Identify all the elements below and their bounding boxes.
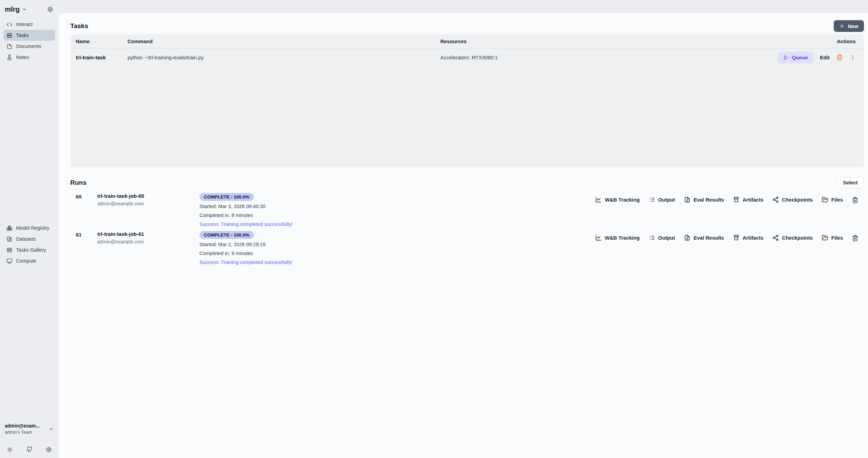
- new-task-button[interactable]: New: [834, 20, 864, 32]
- list-icon: [649, 196, 655, 203]
- workspace-settings-button[interactable]: [47, 6, 54, 13]
- sidebar-item-datasets[interactable]: Datasets: [3, 233, 55, 244]
- rows-icon: [7, 247, 12, 253]
- run-identity: trl-train-task-job-65 admin@example.com: [82, 193, 199, 228]
- run-row: 61 trl-train-task-job-61 admin@example.c…: [70, 231, 864, 266]
- files-button[interactable]: Files: [822, 196, 843, 203]
- new-task-label: New: [848, 23, 858, 29]
- gear-icon: [46, 447, 52, 453]
- file-text-icon: [684, 234, 690, 241]
- run-name: trl-train-task-job-65: [97, 193, 199, 199]
- tasks-section-header: Tasks New: [70, 19, 864, 33]
- delete-run-button[interactable]: [852, 234, 858, 241]
- task-name: trl-train-task: [76, 55, 127, 60]
- task-actions: Queue Edit: [778, 52, 856, 63]
- archive-icon: [733, 196, 739, 203]
- eval-results-button[interactable]: Eval Results: [684, 234, 724, 241]
- run-success-message: Success: Training completed successfully…: [199, 221, 595, 228]
- tasks-table-header: Name Command Resources Actions: [70, 34, 864, 48]
- sidebar-item-label: Datasets: [16, 236, 36, 242]
- artifacts-label: Artifacts: [743, 197, 763, 203]
- run-duration: Completed in: 8 minutes: [199, 212, 595, 219]
- checkpoints-button[interactable]: Checkpoints: [772, 196, 813, 203]
- user-info: admin@exam... admin's Team: [5, 423, 49, 435]
- output-label: Output: [658, 197, 675, 203]
- task-more-button[interactable]: [850, 55, 856, 60]
- wandb-tracking-label: W&B Tracking: [605, 197, 640, 203]
- sidebar-item-label: Documents: [16, 44, 41, 49]
- line-chart-icon: [595, 196, 602, 203]
- files-label: Files: [831, 197, 843, 203]
- sidebar-item-tasks[interactable]: Tasks: [3, 30, 55, 41]
- github-button[interactable]: [26, 446, 33, 453]
- wandb-tracking-button[interactable]: W&B Tracking: [595, 196, 640, 203]
- sidebar-item-tasks-gallery[interactable]: Tasks Gallery: [3, 244, 55, 255]
- sidebar-header: mlrg: [0, 3, 59, 15]
- sidebar-item-notes[interactable]: Notes: [3, 52, 55, 63]
- sidebar-item-model-registry[interactable]: Model Registry: [3, 222, 55, 233]
- delete-run-button[interactable]: [852, 196, 858, 203]
- run-started: Started: Mar 2, 2026 09:29:19: [199, 241, 595, 248]
- run-success-message: Success: Training completed successfully…: [199, 259, 595, 266]
- output-button[interactable]: Output: [649, 196, 675, 203]
- theme-toggle-button[interactable]: [6, 446, 13, 453]
- user-team: admin's Team: [5, 430, 49, 435]
- plus-icon: [839, 23, 845, 29]
- task-command: python ~/trl-training-evals/train.py: [127, 55, 440, 60]
- archive-icon: [733, 234, 739, 241]
- gear-icon: [47, 7, 53, 12]
- github-icon: [26, 446, 33, 453]
- checkpoints-button[interactable]: Checkpoints: [772, 234, 813, 241]
- status-badge: COMPLETE - 100.0%: [199, 231, 254, 239]
- run-name: trl-train-task-job-61: [97, 231, 199, 237]
- files-label: Files: [831, 235, 843, 241]
- column-header-actions: Actions: [837, 38, 856, 44]
- trash-icon: [852, 197, 858, 203]
- output-button[interactable]: Output: [649, 234, 675, 241]
- sidebar-item-label: Interact: [16, 22, 33, 27]
- code-icon: [7, 22, 12, 27]
- workspace-switcher[interactable]: mlrg: [5, 5, 27, 13]
- sidebar-item-documents[interactable]: Documents: [3, 41, 55, 52]
- runs-title: Runs: [70, 179, 87, 186]
- wandb-tracking-button[interactable]: W&B Tracking: [595, 234, 640, 241]
- folder-open-icon: [822, 234, 828, 241]
- sun-icon: [7, 447, 13, 453]
- settings-button[interactable]: [45, 446, 52, 453]
- checkpoints-label: Checkpoints: [782, 235, 813, 241]
- output-label: Output: [658, 235, 675, 241]
- run-owner: admin@example.com: [97, 239, 199, 244]
- run-status: COMPLETE - 100.0% Started: Mar 2, 2026 0…: [199, 231, 595, 266]
- file-text-icon: [7, 236, 12, 242]
- boxes-icon: [7, 225, 12, 231]
- runs-section-header: Runs Select: [70, 176, 864, 190]
- sidebar-item-label: Model Registry: [16, 225, 49, 231]
- delete-task-button[interactable]: [836, 54, 843, 61]
- rows-icon: [7, 33, 12, 38]
- run-status: COMPLETE - 100.0% Started: Mar 3, 2026 0…: [199, 193, 595, 228]
- run-actions: W&B Tracking Output Eval Results Artifac…: [595, 193, 858, 228]
- sidebar-item-label: Tasks Gallery: [16, 247, 46, 253]
- select-runs-button[interactable]: Select: [837, 177, 864, 189]
- user-menu[interactable]: admin@exam... admin's Team: [0, 423, 59, 435]
- queue-button[interactable]: Queue: [778, 52, 813, 63]
- monitor-icon: [7, 258, 12, 264]
- edit-button[interactable]: Edit: [820, 55, 830, 60]
- artifacts-button[interactable]: Artifacts: [733, 234, 763, 241]
- sidebar-nav-primary: Interact Tasks Documents Notes: [0, 19, 59, 63]
- sidebar-item-label: Compute: [16, 258, 36, 264]
- sidebar-item-interact[interactable]: Interact: [3, 19, 55, 30]
- sidebar: mlrg Interact Tasks Documents Notes Mode…: [0, 0, 59, 458]
- flask-icon: [7, 55, 12, 60]
- sidebar-item-compute[interactable]: Compute: [3, 255, 55, 266]
- tasks-table: Name Command Resources Actions trl-train…: [70, 34, 864, 167]
- page-content: Tasks New Name Command Resources Actions…: [59, 13, 868, 458]
- files-button[interactable]: Files: [822, 234, 843, 241]
- list-icon: [649, 234, 655, 241]
- trash-icon: [836, 54, 843, 61]
- run-row: 65 trl-train-task-job-65 admin@example.c…: [70, 193, 864, 228]
- artifacts-button[interactable]: Artifacts: [733, 196, 763, 203]
- eval-results-button[interactable]: Eval Results: [684, 196, 724, 203]
- status-badge: COMPLETE - 100.0%: [199, 193, 254, 201]
- sidebar-footer: [0, 440, 59, 453]
